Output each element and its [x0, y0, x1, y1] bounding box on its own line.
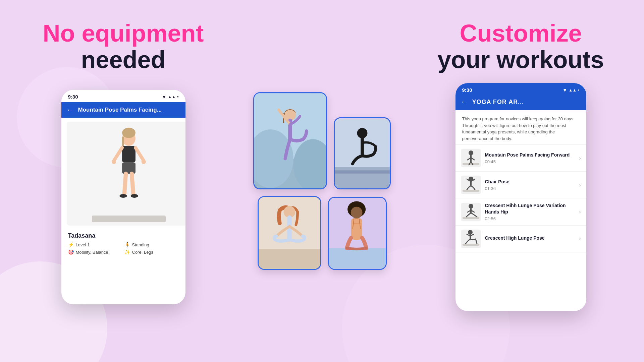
- left-headline-line2: needed: [43, 47, 204, 73]
- phone-right: 9:30 ▼ ▲▲ ▪ ← YOGA FOR AR... This yoga p…: [455, 83, 586, 311]
- svg-rect-44: [463, 190, 479, 192]
- phone-right-status-bar: 9:30 ▼ ▲▲ ▪: [455, 83, 586, 96]
- left-headline-line1: No equipment: [43, 20, 204, 47]
- workout-item-2[interactable]: Chair Pose 01:36 ›: [455, 172, 586, 198]
- core-icon: ✨: [124, 249, 130, 255]
- wifi-icon: ▼: [162, 94, 166, 100]
- photo-row-top: [253, 92, 391, 189]
- wifi-icon-right: ▼: [562, 87, 567, 93]
- svg-line-9: [124, 174, 125, 194]
- right-headline-line1: Customize: [437, 20, 604, 47]
- svg-rect-36: [463, 163, 479, 165]
- standing-icon: 🧍: [124, 242, 130, 247]
- photo-card-2: [334, 117, 391, 189]
- svg-point-11: [119, 194, 127, 198]
- svg-line-10: [131, 174, 133, 194]
- workout-duration-2: 01:36: [485, 186, 575, 191]
- workout-item-3[interactable]: Crescent Hihh Lunge Pose Variation Hands…: [455, 198, 586, 225]
- workout-info-1: Mountain Pose Palms Facing Forward 00:45: [485, 152, 575, 164]
- workout-duration-3: 02:56: [485, 216, 575, 221]
- status-time-left: 9:30: [68, 94, 78, 100]
- battery-icon: ▪: [177, 94, 179, 99]
- chevron-icon-4: ›: [579, 236, 581, 242]
- pose-name: Tadasana: [68, 232, 179, 239]
- tag-core: ✨ Core, Legs: [124, 249, 179, 255]
- workout-list: Mountain Pose Palms Facing Forward 00:45…: [455, 145, 586, 252]
- photo-card-3: [258, 196, 321, 270]
- workout-duration-1: 00:45: [485, 159, 575, 164]
- tag-level: ⚡ Level 1: [68, 242, 122, 247]
- photo-placeholder-4: [329, 198, 386, 269]
- phone-left-navbar: ← Mountain Pose Palms Facing...: [61, 102, 185, 118]
- signal-icon: ▲▲: [168, 95, 176, 99]
- pose-image-area: [67, 122, 185, 226]
- phone-right-navbar: ← YOGA FOR AR...: [455, 96, 586, 110]
- back-button-left[interactable]: ←: [67, 106, 74, 114]
- workout-thumbnail-3: [461, 203, 481, 221]
- yoga-mat: [92, 216, 166, 222]
- svg-point-28: [351, 207, 362, 219]
- workout-info-4: Crescent High Lunge Pose: [485, 235, 575, 242]
- chevron-icon-1: ›: [579, 155, 581, 161]
- svg-point-7: [141, 160, 146, 164]
- pose-tags: ⚡ Level 1 🧍 Standing 🎯 Mobility, Balance…: [68, 242, 179, 255]
- photo-card-4: [328, 197, 387, 270]
- pose-avatar-svg: [67, 122, 185, 226]
- level-icon: ⚡: [68, 242, 74, 247]
- page: No equipment needed 9:30 ▼ ▲▲ ▪ ← Mounta…: [0, 0, 644, 362]
- photo-placeholder-2: [335, 118, 390, 188]
- photo-placeholder-3: [259, 197, 320, 269]
- workout-name-1: Mountain Pose Palms Facing Forward: [485, 152, 575, 158]
- svg-rect-23: [259, 249, 320, 268]
- phone-left-status-bar: 9:30 ▼ ▲▲ ▪: [61, 90, 185, 102]
- workout-item-1[interactable]: Mountain Pose Palms Facing Forward 00:45…: [455, 145, 586, 172]
- svg-rect-26: [329, 248, 386, 268]
- svg-rect-20: [335, 170, 390, 174]
- svg-point-12: [130, 194, 138, 198]
- signal-icon-right: ▲▲: [569, 88, 577, 93]
- svg-rect-19: [335, 167, 390, 188]
- svg-point-1: [122, 128, 136, 138]
- svg-line-4: [114, 148, 122, 161]
- left-headline: No equipment needed: [43, 20, 204, 73]
- workout-info-3: Crescent Hihh Lunge Pose Variation Hands…: [485, 202, 575, 221]
- status-icons-left: ▼ ▲▲ ▪: [162, 94, 178, 100]
- photo-row-bottom: [258, 196, 387, 270]
- workout-info-2: Chair Pose 01:36: [485, 179, 575, 191]
- tag-core-label: Core, Legs: [132, 250, 154, 255]
- phone-left: 9:30 ▼ ▲▲ ▪ ← Mountain Pose Palms Facing…: [61, 90, 185, 304]
- chevron-icon-2: ›: [579, 182, 581, 188]
- svg-line-5: [135, 148, 143, 161]
- mobility-icon: 🎯: [68, 249, 74, 255]
- battery-icon-right: ▪: [578, 87, 580, 93]
- svg-point-51: [468, 230, 473, 235]
- tag-mobility-label: Mobility, Balance: [76, 250, 108, 255]
- svg-point-48: [469, 204, 473, 208]
- app-description: This yoga program for novices will keep …: [455, 110, 586, 145]
- nav-title-right: YOGA FOR AR...: [472, 99, 524, 106]
- right-headline-line2: your workouts: [437, 47, 604, 73]
- tag-standing-label: Standing: [132, 242, 149, 247]
- workout-item-4[interactable]: Crescent High Lunge Pose ›: [455, 226, 586, 252]
- right-section: Customize your workouts 9:30 ▼ ▲▲ ▪ ← YO…: [397, 0, 644, 362]
- workout-name-2: Chair Pose: [485, 179, 575, 185]
- status-time-right: 9:30: [462, 87, 472, 93]
- workout-name-3: Crescent Hihh Lunge Pose Variation Hands…: [485, 202, 575, 215]
- svg-point-6: [112, 160, 116, 164]
- photo-placeholder-1: [254, 93, 326, 188]
- tag-standing: 🧍 Standing: [124, 242, 179, 247]
- photo-card-1: [253, 92, 327, 189]
- nav-title-left: Mountain Pose Palms Facing...: [78, 107, 162, 113]
- workout-thumbnail-1: [461, 149, 481, 167]
- svg-rect-8: [122, 163, 136, 174]
- right-headline: Customize your workouts: [437, 20, 604, 73]
- svg-point-37: [469, 150, 473, 155]
- status-icons-right: ▼ ▲▲ ▪: [562, 87, 579, 93]
- chevron-icon-3: ›: [579, 209, 581, 215]
- workout-thumbnail-4: [461, 230, 481, 248]
- tag-level-label: Level 1: [76, 242, 90, 247]
- back-button-right[interactable]: ←: [461, 98, 468, 106]
- workout-name-4: Crescent High Lunge Pose: [485, 235, 575, 241]
- left-section: No equipment needed 9:30 ▼ ▲▲ ▪ ← Mounta…: [0, 0, 247, 362]
- svg-rect-3: [122, 146, 136, 163]
